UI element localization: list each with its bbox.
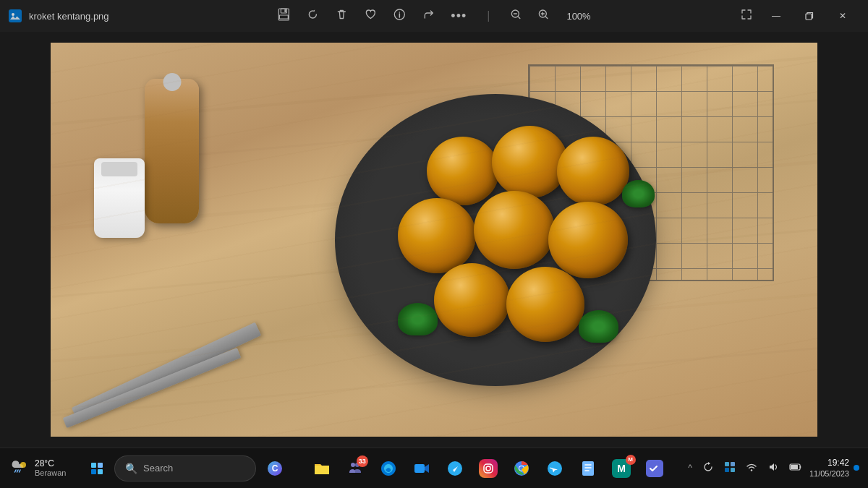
minimize-button[interactable]: — [760, 0, 793, 32]
search-label: Search [143, 463, 173, 474]
salt-shaker [94, 158, 145, 238]
croquette-5 [474, 191, 555, 269]
copilot-button[interactable]: C [259, 453, 291, 484]
taskbar-app-file-explorer[interactable] [306, 453, 338, 484]
fullscreen-icon[interactable] [741, 9, 752, 23]
save-icon[interactable] [277, 8, 290, 24]
taskbar-app-edge[interactable] [373, 453, 404, 484]
teams-badge: 33 [357, 455, 368, 467]
svg-rect-27 [582, 461, 594, 476]
taskbar-app-telegram2[interactable] [539, 453, 571, 484]
tray-expand-icon[interactable]: ^ [685, 460, 695, 476]
zoom-level: 100% [566, 11, 590, 22]
parsley-right [579, 310, 618, 343]
windows-update-icon[interactable] [721, 458, 739, 478]
temperature: 28°C [35, 458, 66, 468]
svg-rect-20 [484, 464, 493, 473]
svg-rect-18 [414, 464, 425, 473]
start-button[interactable] [82, 454, 111, 483]
delete-icon[interactable] [335, 8, 348, 24]
parsley-left [398, 303, 438, 335]
taskbar-apps: 33 [294, 453, 682, 484]
sync-icon[interactable] [699, 458, 717, 478]
svg-point-35 [751, 469, 752, 471]
window-controls: — ✕ [741, 0, 859, 32]
taskbar-app-zoom[interactable] [406, 453, 438, 484]
croquette-4 [398, 198, 476, 273]
croquette-1 [427, 137, 499, 205]
weather-text: 28°C Berawan [35, 458, 66, 479]
svg-rect-0 [9, 9, 22, 22]
svg-rect-13 [91, 469, 96, 474]
info-icon[interactable] [393, 8, 406, 24]
photos-app-icon [9, 9, 22, 22]
favorite-icon[interactable] [364, 8, 377, 24]
photo-display [51, 43, 817, 437]
clock-time: 19:42 [827, 458, 849, 469]
battery-icon[interactable] [786, 458, 805, 478]
restore-button[interactable] [793, 0, 826, 32]
taskbar: 28°C Berawan 🔍 Search C [0, 448, 868, 488]
svg-point-26 [548, 461, 562, 476]
clock-date: 11/05/2023 [809, 468, 849, 479]
pepper-grinder [145, 79, 199, 223]
image-viewer [0, 32, 868, 448]
weather-widget[interactable]: 28°C Berawan [9, 458, 74, 479]
search-bar[interactable]: 🔍 Search [114, 455, 256, 481]
taskbar-app-telegram[interactable] [439, 453, 471, 484]
system-tray: ^ [685, 458, 859, 479]
svg-rect-14 [98, 469, 103, 474]
volume-icon[interactable] [765, 458, 782, 478]
rotate-icon[interactable] [306, 8, 319, 24]
titlebar: kroket kentang.png [0, 0, 868, 32]
svg-rect-33 [725, 468, 729, 472]
svg-text:C: C [272, 463, 278, 474]
titlebar-actions: ••• | 100% [277, 8, 590, 24]
zoom-in-icon[interactable] [537, 9, 549, 23]
window-title: kroket kentang.png [29, 11, 109, 22]
search-icon: 🔍 [125, 463, 137, 474]
svg-point-1 [12, 13, 14, 16]
more-icon[interactable]: ••• [451, 9, 467, 24]
croquette-8 [506, 267, 584, 342]
instagram-gradient-icon [479, 459, 498, 478]
system-clock[interactable]: 19:42 11/05/2023 [809, 458, 849, 479]
share-icon[interactable] [422, 8, 435, 24]
taskbar-app-meet[interactable]: M M [605, 453, 637, 484]
taskbar-app-chrome[interactable] [506, 453, 537, 484]
svg-point-10 [20, 462, 26, 468]
weather-description: Berawan [35, 468, 66, 478]
svg-rect-9 [806, 14, 812, 20]
svg-text:M: M [617, 463, 626, 474]
close-button[interactable]: ✕ [826, 0, 859, 32]
svg-point-21 [486, 466, 490, 471]
svg-rect-12 [98, 463, 103, 468]
taskbar-app-teams[interactable]: 33 [339, 453, 371, 484]
svg-rect-34 [731, 468, 735, 472]
taskbar-app-instagram[interactable] [472, 453, 504, 484]
croquette-3 [557, 137, 629, 206]
svg-rect-11 [91, 463, 96, 468]
croquette-7 [434, 263, 510, 337]
meet-badge: M [626, 455, 636, 465]
weather-icon [9, 458, 29, 479]
parsley-top [622, 180, 655, 207]
svg-rect-37 [791, 465, 798, 469]
taskbar-app-notepad[interactable] [572, 453, 604, 484]
taskbar-app-app2[interactable] [639, 453, 671, 484]
svg-point-22 [490, 465, 491, 466]
croquette-2 [492, 126, 568, 198]
zoom-out-icon[interactable] [510, 9, 522, 23]
wifi-icon[interactable] [743, 458, 760, 478]
notification-indicator[interactable] [854, 465, 859, 471]
croquette-6 [548, 202, 628, 278]
svg-rect-5 [284, 9, 286, 12]
svg-rect-32 [731, 462, 735, 466]
svg-rect-31 [725, 462, 729, 466]
svg-rect-4 [279, 15, 288, 19]
